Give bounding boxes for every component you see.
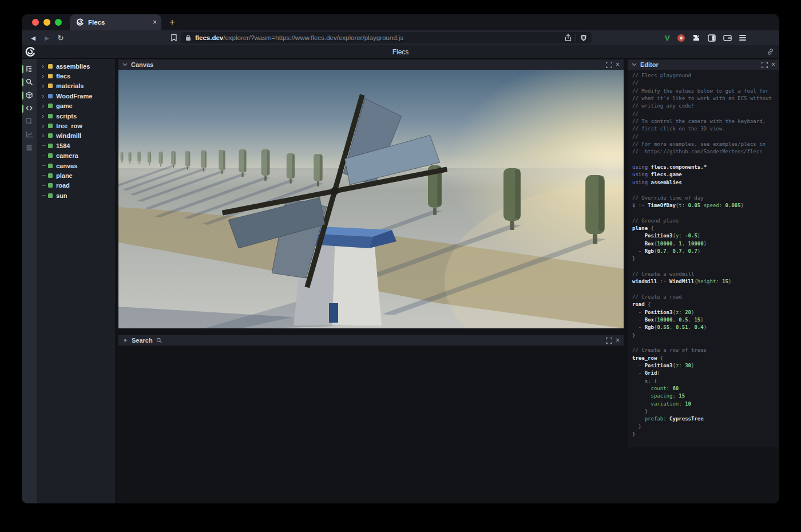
collapsed-dot-icon[interactable] — [124, 339, 126, 342]
new-tab-button[interactable]: + — [165, 15, 180, 30]
code-line: // first click on the 3D view. — [632, 126, 779, 133]
data-rows-panel-button[interactable] — [22, 141, 37, 154]
reload-button[interactable]: ↻ — [55, 34, 66, 42]
code-line: // Ground plane — [632, 218, 779, 225]
entity-color-swatch — [48, 173, 53, 178]
code-line: - Grid{ — [632, 370, 779, 378]
maximize-window-button[interactable] — [55, 19, 62, 26]
data-rows-icon — [26, 144, 33, 152]
code-line: } — [632, 408, 779, 416]
code-line: // To control the camera with the keyboa… — [632, 118, 779, 126]
code-line: plane { — [632, 225, 779, 233]
tree-item-materials[interactable]: ›materials — [37, 81, 115, 91]
back-button[interactable]: ◀ — [27, 35, 39, 41]
expand-arrow-icon[interactable]: › — [42, 122, 48, 129]
chevron-down-icon[interactable] — [632, 63, 637, 66]
browser-tab[interactable]: Flecs × — [70, 14, 161, 30]
brave-shield-icon[interactable] — [580, 34, 587, 42]
code-line: // writing any code! — [632, 103, 779, 110]
expand-arrow-icon[interactable]: › — [42, 82, 48, 89]
expand-arrow-icon[interactable]: › — [42, 93, 48, 100]
bookmark-icon[interactable] — [170, 34, 177, 42]
tree-connector — [42, 195, 48, 196]
expand-arrow-icon[interactable]: › — [42, 113, 48, 120]
code-panel-button[interactable] — [22, 102, 37, 115]
stats-panel-button[interactable] — [22, 128, 37, 141]
tab-close-icon[interactable]: × — [153, 18, 157, 26]
expand-arrow-icon[interactable]: › — [42, 102, 48, 109]
close-window-button[interactable] — [32, 19, 39, 26]
tree-item-camera[interactable]: camera — [37, 151, 115, 161]
entity-color-swatch — [48, 133, 53, 138]
url-bar[interactable]: flecs.dev /explorer/?wasm=https://www.fl… — [181, 32, 592, 43]
expand-arrow-icon[interactable]: › — [42, 63, 48, 70]
code-line: // Flecs playground — [632, 73, 779, 80]
code-line: count: 60 — [632, 386, 779, 393]
code-line: x: { — [632, 378, 779, 386]
close-panel-icon[interactable]: × — [771, 61, 775, 68]
tree-item-tree_row[interactable]: ›tree_row — [37, 121, 115, 130]
tree-item-road[interactable]: road — [37, 181, 115, 190]
search-icon — [156, 338, 162, 343]
expand-arrow-icon[interactable]: › — [42, 73, 48, 80]
minimize-window-button[interactable] — [43, 19, 50, 26]
browser-window: Flecs × + ◀ ▶ ↻ flecs.dev /explorer/?was… — [22, 14, 779, 503]
entity-color-swatch — [48, 144, 53, 148]
tree-item-scripts[interactable]: ›scripts — [37, 111, 115, 121]
left-icon-strip — [22, 59, 37, 503]
tree-item-label: road — [56, 182, 70, 189]
code-line: // — [632, 134, 779, 141]
sidebar-toggle-icon[interactable] — [708, 34, 716, 42]
editor-panel-header: Editor × — [628, 59, 779, 70]
lock-icon — [185, 34, 191, 41]
tree-item-label: plane — [56, 172, 73, 179]
close-panel-icon[interactable]: × — [616, 337, 620, 344]
extension-v-icon[interactable]: V — [665, 34, 670, 42]
extensions-puzzle-icon[interactable] — [692, 34, 700, 42]
code-line: variation: 10 — [632, 401, 779, 408]
forward-button[interactable]: ▶ — [41, 35, 53, 41]
share-icon[interactable] — [565, 34, 572, 42]
expand-arrow-icon[interactable]: › — [42, 132, 48, 139]
wallet-icon[interactable] — [723, 34, 732, 42]
tree-item-plane[interactable]: plane — [37, 170, 115, 180]
entity-color-swatch — [48, 183, 53, 188]
tree-item-assemblies[interactable]: ›assemblies — [37, 61, 115, 71]
page-title: Flecs — [22, 48, 779, 56]
search-icon — [26, 78, 33, 86]
code-line — [632, 264, 779, 271]
code-line: road { — [632, 301, 779, 309]
expand-panel-icon[interactable] — [606, 62, 612, 68]
code-line: // Create a row of trees — [632, 347, 779, 355]
code-line: // Modify the values below to get a feel… — [632, 88, 779, 96]
tree-item-flecs[interactable]: ›flecs — [37, 71, 115, 81]
browser-menu-icon[interactable] — [739, 35, 746, 41]
code-editor[interactable]: // Flecs playground//// Modify the value… — [628, 70, 779, 447]
search-panel-button[interactable] — [22, 76, 37, 89]
tree-item-sun[interactable]: sun — [37, 190, 115, 200]
3d-scene-canvas[interactable] — [118, 70, 624, 328]
expand-panel-icon[interactable] — [762, 62, 768, 68]
expand-panel-icon[interactable] — [606, 338, 612, 344]
inspect-panel-button[interactable] — [22, 115, 37, 128]
tree-connector — [42, 156, 48, 156]
code-line: prefab: CypressTree — [632, 416, 779, 423]
extension-red-icon[interactable] — [677, 34, 685, 42]
search-panel-header: Search × — [118, 335, 624, 346]
tree-item-canvas[interactable]: canvas — [37, 161, 115, 170]
entity-tree-icon — [26, 65, 33, 73]
entity-tree-panel-button[interactable] — [22, 62, 37, 76]
scene-3d-panel-button[interactable] — [22, 89, 37, 102]
desktop-background: Flecs × + ◀ ▶ ↻ flecs.dev /explorer/?was… — [0, 0, 801, 532]
tree-item-1584[interactable]: 1584 — [37, 141, 115, 150]
share-link-icon[interactable] — [767, 48, 774, 55]
chevron-down-icon[interactable] — [122, 63, 128, 66]
tree-item-windmill[interactable]: ›windmill — [37, 131, 115, 141]
code-line: - Position3{z: 30} — [632, 363, 779, 370]
code-line: // Create a windmill — [632, 271, 779, 279]
tree-item-game[interactable]: ›game — [37, 101, 115, 111]
tree-item-WoodFrame[interactable]: ›WoodFrame — [37, 91, 115, 101]
canvas-panel-header: Canvas × — [118, 59, 624, 70]
entity-tree-sidebar: ›assemblies›flecs›materials›WoodFrame›ga… — [37, 59, 115, 503]
close-panel-icon[interactable]: × — [616, 61, 620, 68]
